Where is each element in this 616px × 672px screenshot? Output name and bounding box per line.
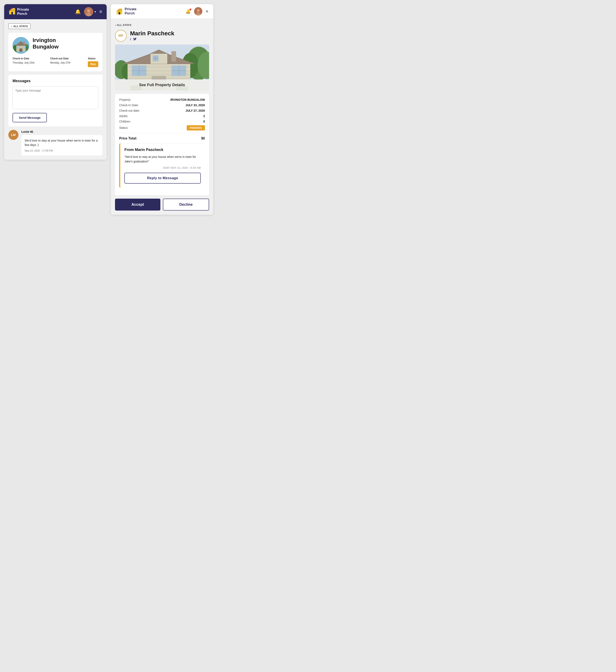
property-row: Property: IRVINGTON BUNGALOW [119, 98, 205, 101]
send-message-button[interactable]: Send Message [13, 113, 47, 122]
decline-button[interactable]: Decline [163, 199, 209, 211]
svg-rect-16 [17, 47, 19, 48]
pending-badge-right: PENDING [187, 125, 205, 130]
logo-svg-right [116, 8, 123, 15]
right-header-actions: 🔔 ≡ [185, 7, 208, 15]
user-avatar-container-left[interactable]: ▾ [84, 7, 96, 16]
svg-rect-2 [11, 12, 13, 14]
logo-house-icon [8, 7, 16, 16]
guest-message-text-left: We'd love to stay at your house when we'… [25, 138, 99, 147]
bell-icon-right[interactable]: 🔔 [185, 9, 191, 14]
checkout-value: Monday, July 27th [50, 61, 86, 64]
svg-point-5 [14, 9, 14, 9]
guest-message-wrapper: Lexie M. We'd love to stay at your house… [21, 130, 102, 156]
facebook-icon[interactable]: f [130, 38, 131, 41]
guest-message-card-left: We'd love to stay at your house when we'… [21, 135, 102, 156]
logo-text-right: PrivatePorch [125, 7, 137, 16]
back-arrow-icon-right: ‹ [115, 23, 116, 27]
svg-rect-15 [19, 49, 22, 52]
logo-text-left: PrivatePorch [17, 8, 29, 16]
back-to-all-stays-right[interactable]: ‹ ALL STAYS [115, 23, 131, 27]
logo-svg-icon [8, 7, 16, 15]
chevron-down-icon-left[interactable]: ▾ [95, 10, 96, 13]
checkout-label-right: Check-out date: [119, 109, 140, 112]
price-value: $0 [201, 137, 205, 140]
social-icons: f [130, 38, 174, 41]
price-row: Price Total: $0 [119, 136, 205, 143]
booking-details: Check-in Date Check-out Date Status Thur… [13, 57, 98, 67]
reply-to-message-button[interactable]: Reply to Message [124, 173, 201, 184]
guest-message-card-right: From Marin Pascheck "We'd love to stay a… [119, 143, 205, 188]
details-divider [119, 133, 205, 133]
checkin-label: Check-in Date [13, 57, 49, 60]
twitter-icon[interactable] [133, 38, 137, 41]
guest-full-name: Marin Pascheck [130, 30, 174, 37]
user-avatar-right[interactable] [194, 7, 202, 15]
checkin-row: Check-In Date: JULY 23, 2020 [119, 103, 205, 107]
messages-card: Messages Send Message [8, 75, 102, 126]
sent-time: SENT MAY 22, 2020 - 9:28 AM [124, 166, 201, 169]
adults-row: Adults: 2 [119, 114, 205, 118]
see-full-property-details-button[interactable]: See Full Property Details [115, 79, 209, 91]
left-header: PrivatePorch 🔔 ▾ [4, 4, 107, 19]
property-thumb-svg [13, 37, 29, 54]
svg-rect-18 [23, 42, 25, 45]
status-row: Status: PENDING [119, 125, 205, 130]
svg-point-4 [13, 9, 14, 9]
twitter-bird-svg [133, 38, 137, 41]
message-input[interactable] [13, 86, 98, 109]
action-buttons: Accept Decline [115, 199, 209, 211]
price-label: Price Total: [119, 137, 137, 140]
children-value: 0 [203, 120, 205, 123]
accept-button[interactable]: Accept [115, 199, 160, 211]
svg-point-24 [121, 9, 122, 10]
bell-icon-left[interactable]: 🔔 [75, 9, 81, 14]
checkout-value-right: JULY 27, 2020 [185, 109, 205, 112]
hamburger-icon-right[interactable]: ≡ [206, 9, 208, 14]
back-label-right: ALL STAYS [117, 23, 131, 27]
children-row: Children: 0 [119, 120, 205, 123]
left-header-actions: 🔔 ▾ ≡ [75, 7, 102, 16]
guest-name-left: Lexie M. [21, 130, 102, 133]
svg-point-9 [87, 10, 90, 12]
left-panel-body: ‹ ALL STAYS [4, 19, 107, 160]
avatar-face-left [84, 7, 93, 16]
checkin-value: Thursday, July 23rd [13, 61, 49, 64]
back-label-left: ALL STAYS [13, 25, 28, 28]
svg-point-22 [120, 8, 122, 11]
status-label-right: Status: [119, 126, 128, 129]
svg-point-26 [197, 9, 200, 12]
guest-avatar-left: LM [8, 130, 18, 140]
svg-rect-17 [23, 47, 25, 48]
right-header: PrivatePorch 🔔 ≡ [111, 4, 213, 19]
guest-info-right: Marin Pascheck f [130, 30, 174, 41]
children-label: Children: [119, 120, 131, 123]
svg-point-3 [12, 8, 15, 11]
bell-notification-badge [189, 9, 191, 10]
property-label: Property: [119, 98, 131, 101]
checkout-row: Check-out date: JULY 27, 2020 [119, 109, 205, 112]
booking-card: Irvington Bungalow Check-in Date Check-o… [8, 33, 102, 71]
checkin-label-right: Check-In Date: [119, 103, 139, 107]
checkin-value-right: JULY 23, 2020 [185, 103, 205, 107]
property-details-section: Property: IRVINGTON BUNGALOW Check-In Da… [115, 94, 209, 195]
svg-rect-21 [119, 12, 120, 14]
right-panel-body: ‹ ALL STAYS MP Marin Pascheck f [111, 19, 213, 215]
back-to-all-stays-left[interactable]: ‹ ALL STAYS [8, 23, 31, 29]
avatar-face-right [194, 7, 202, 15]
guest-timestamp-left: May 22, 2020 - 17:59 PM [25, 149, 99, 152]
right-logo: PrivatePorch [116, 7, 137, 16]
property-name: Irvington Bungalow [33, 37, 59, 50]
user-avatar-left[interactable] [84, 7, 93, 16]
status-label: Status [88, 57, 98, 60]
right-guest-header: MP Marin Pascheck f [115, 30, 209, 42]
property-image-container: See Full Property Details [115, 45, 209, 91]
hamburger-icon-left[interactable]: ≡ [99, 9, 102, 14]
adults-label: Adults: [119, 114, 128, 118]
property-thumbnail [13, 37, 29, 54]
status-badge-left: Pen [88, 61, 98, 67]
svg-rect-48 [171, 51, 176, 62]
guest-message-section: LM Lexie M. We'd love to stay at your ho… [8, 130, 102, 156]
guest-quote: "We'd love to stay at your house when we… [124, 155, 201, 164]
guest-initials-circle: MP [115, 30, 127, 42]
